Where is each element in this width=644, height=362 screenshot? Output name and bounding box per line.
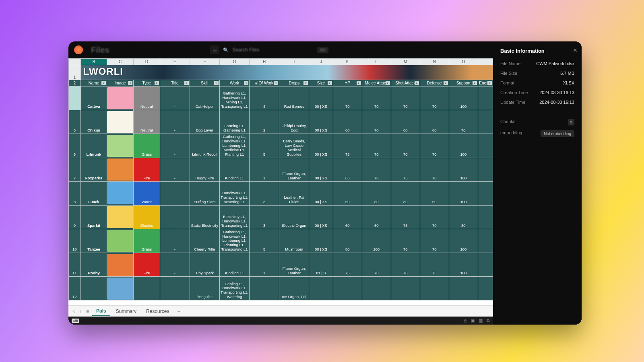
- cell-def[interactable]: 70: [420, 134, 449, 158]
- cell-enemy[interactable]: [478, 158, 493, 181]
- close-icon[interactable]: ✕: [573, 47, 578, 53]
- cell-size[interactable]: [309, 277, 333, 300]
- cell-numwork[interactable]: 4: [250, 86, 279, 110]
- chunks-settings-icon[interactable]: ⚙: [568, 119, 574, 125]
- cell-shot[interactable]: 60: [391, 110, 420, 134]
- cell-size[interactable]: 00 | XS: [309, 205, 333, 229]
- cell-numwork[interactable]: 5: [250, 134, 279, 158]
- col-header-corner[interactable]: [478, 59, 493, 65]
- row-num[interactable]: 11: [69, 253, 81, 277]
- cell-melee[interactable]: 70: [362, 158, 391, 181]
- cell-skill[interactable]: Egg Layer: [190, 110, 219, 134]
- header-type[interactable]: Type▾: [134, 80, 160, 86]
- header-skill[interactable]: Skill▾: [190, 80, 219, 86]
- cell-sup[interactable]: 100: [449, 86, 478, 110]
- filter-arrow-icon[interactable]: ▾: [386, 81, 390, 85]
- cell-def[interactable]: 60: [420, 181, 449, 205]
- filter-arrow-icon[interactable]: ▾: [101, 81, 106, 85]
- filter-arrow-icon[interactable]: ▾: [128, 81, 132, 85]
- filter-arrow-icon[interactable]: ▾: [155, 81, 159, 85]
- header-enemy[interactable]: Enemy▾: [478, 80, 493, 86]
- tab-pals[interactable]: Pals: [92, 306, 110, 316]
- cell-image[interactable]: [107, 277, 134, 300]
- col-header-I[interactable]: I: [279, 59, 309, 65]
- cell-name[interactable]: [80, 277, 107, 300]
- cell-sup[interactable]: 100: [449, 158, 478, 181]
- col-header-N[interactable]: N: [420, 59, 449, 65]
- cell-drops[interactable]: Ice Organ, Pal: [279, 277, 309, 300]
- cell-numwork[interactable]: 1: [250, 158, 279, 181]
- cell-sup[interactable]: 80: [449, 205, 478, 229]
- cell-type[interactable]: Grass: [134, 134, 160, 158]
- cell-sup[interactable]: [449, 277, 478, 300]
- cell-numwork[interactable]: 3: [250, 181, 279, 205]
- cell-hp[interactable]: 60: [333, 110, 362, 134]
- col-header-C[interactable]: C: [107, 59, 134, 65]
- cell-name[interactable]: Lifmunk: [80, 134, 107, 158]
- header-support[interactable]: Support▾: [449, 80, 478, 86]
- cell-melee[interactable]: 80: [362, 181, 391, 205]
- cell-size[interactable]: 00 | XS: [309, 229, 333, 253]
- cell-title[interactable]: -: [160, 86, 190, 110]
- cell-hp[interactable]: 65: [333, 158, 362, 181]
- header-hp[interactable]: HP▾: [333, 80, 362, 86]
- filter-arrow-icon[interactable]: ▾: [274, 81, 278, 85]
- cell-name[interactable]: Cattiva: [80, 86, 107, 110]
- cell-numwork[interactable]: 5: [250, 229, 279, 253]
- cell-drops[interactable]: Mushroom: [279, 229, 309, 253]
- cell-shot[interactable]: 70: [391, 134, 420, 158]
- cell-drops[interactable]: Flame Organ, Leather: [279, 158, 309, 181]
- cell-size[interactable]: 00 | XS: [309, 158, 333, 181]
- row-num[interactable]: 9: [69, 205, 81, 229]
- cell-enemy[interactable]: [478, 253, 493, 277]
- cell-work[interactable]: Kindling L1: [219, 158, 249, 181]
- header-defense[interactable]: Defense▾: [420, 80, 449, 86]
- cell-enemy[interactable]: [478, 229, 493, 253]
- doc-icon[interactable]: ▤: [210, 45, 219, 54]
- cell-melee[interactable]: 100: [362, 229, 391, 253]
- cell-hp[interactable]: 60: [333, 205, 362, 229]
- cell-type[interactable]: Fire: [134, 253, 160, 277]
- filter-arrow-icon[interactable]: ▾: [473, 81, 477, 85]
- row-num[interactable]: 10: [69, 229, 81, 253]
- header-work[interactable]: Work▾: [219, 80, 249, 86]
- cell-skill[interactable]: Huggy Fire: [190, 158, 219, 181]
- cell-sup[interactable]: 100: [449, 229, 478, 253]
- search-input[interactable]: [233, 45, 313, 55]
- cell-melee[interactable]: 70: [362, 86, 391, 110]
- cell-hp[interactable]: 80: [333, 229, 362, 253]
- cell-size[interactable]: 00 | XS: [309, 181, 333, 205]
- sheet-prev-icon[interactable]: ‹: [72, 309, 76, 314]
- cell-work[interactable]: Kindling L1: [219, 253, 249, 277]
- col-header-corner[interactable]: [69, 59, 81, 65]
- cell-image[interactable]: [107, 134, 134, 158]
- cell-title[interactable]: -: [160, 110, 190, 134]
- cell-type[interactable]: [134, 277, 160, 300]
- cell-skill[interactable]: Static Electricity: [190, 205, 219, 229]
- cell-shot[interactable]: 75: [391, 158, 420, 181]
- cell-name[interactable]: Rooby: [80, 253, 107, 277]
- cell-hp[interactable]: 75: [333, 134, 362, 158]
- cell-enemy[interactable]: [478, 277, 493, 300]
- cell-image[interactable]: [107, 205, 134, 229]
- cell-def[interactable]: 70: [420, 229, 449, 253]
- cell-drops[interactable]: Chikipi Poultry, Egg: [279, 110, 309, 134]
- tab-resources[interactable]: Resources: [142, 307, 173, 316]
- col-header-F[interactable]: F: [190, 59, 219, 65]
- cell-work[interactable]: Gathering L1, Handiwork L1, Lumbering L1…: [219, 229, 249, 253]
- cell-melee[interactable]: 60: [362, 205, 391, 229]
- cell-numwork[interactable]: 1: [250, 253, 279, 277]
- cell-melee[interactable]: 70: [362, 110, 391, 134]
- cell-work[interactable]: Electricity L1, Handiwork L1, Transporti…: [219, 205, 249, 229]
- cell-def[interactable]: 70: [420, 86, 449, 110]
- cell-sup[interactable]: 100: [449, 253, 478, 277]
- cell-enemy[interactable]: [478, 181, 493, 205]
- filter-arrow-icon[interactable]: ▾: [444, 81, 448, 85]
- cell-skill[interactable]: Tiny Spark: [190, 253, 219, 277]
- cell-numwork[interactable]: 2: [250, 110, 279, 134]
- cell-enemy[interactable]: [478, 134, 493, 158]
- row-num[interactable]: 7: [69, 158, 81, 181]
- sheet-list-icon[interactable]: ≡: [85, 309, 91, 314]
- cell-drops[interactable]: Electric Organ: [279, 205, 309, 229]
- col-header-L[interactable]: L: [362, 59, 391, 65]
